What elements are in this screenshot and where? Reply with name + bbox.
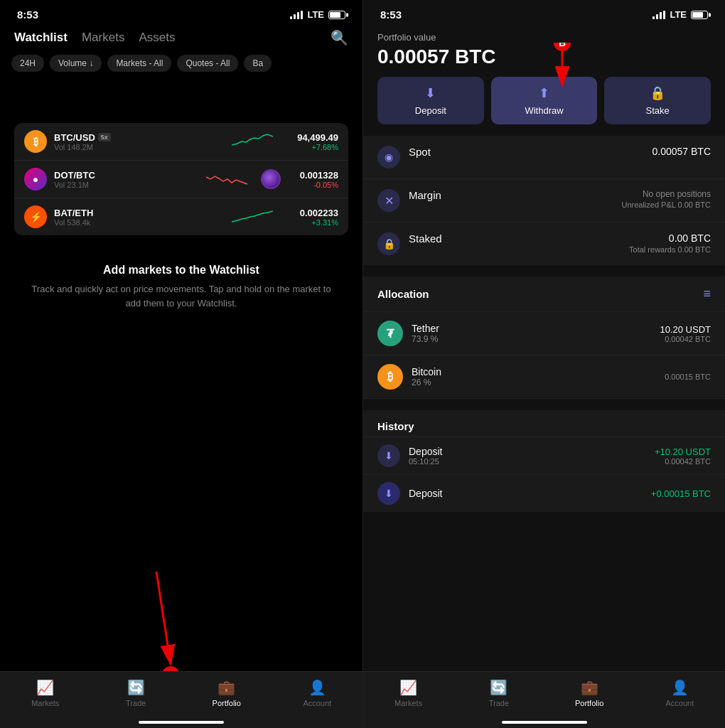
chip-volume[interactable]: Volume ↓: [50, 55, 102, 72]
history-deposit-info-1: Deposit 05:10:25: [409, 446, 646, 466]
staked-icon: 🔒: [377, 232, 400, 255]
nav-markets[interactable]: 📈 Markets: [24, 679, 67, 707]
chip-markets-all[interactable]: Markets - All: [107, 55, 171, 72]
allocation-section: Allocation ≡ ₮ Tether 73.9 % 10.20 USDT …: [363, 277, 725, 399]
bitcoin-name: Bitcoin: [412, 366, 656, 378]
stake-label: Stake: [646, 105, 670, 116]
chip-ba[interactable]: Ba: [244, 55, 272, 72]
nav-tabs: Watchlist Markets Assets 🔍: [0, 26, 362, 55]
signal-bar-r3: [660, 12, 662, 19]
history-deposit-2[interactable]: ⬇ Deposit +0.00015 BTC: [363, 474, 725, 512]
left-battery-icon: [328, 11, 345, 19]
spot-name: Spot: [409, 146, 431, 158]
dot-icon: ●: [24, 168, 47, 191]
bat-icon: ⚡: [24, 205, 47, 228]
right-account-icon: 👤: [671, 679, 689, 696]
right-battery-fill: [692, 12, 703, 18]
deposit-icon: ⬇: [425, 85, 436, 101]
svg-line-1: [156, 572, 171, 664]
bat-chart: [232, 206, 274, 228]
left-time: 8:53: [17, 9, 38, 21]
spot-amount: 0.00057 BTC: [652, 146, 711, 157]
history-deposit-icon-1: ⬇: [377, 444, 400, 467]
tether-amount: 10.20 USDT 0.00042 BTC: [660, 324, 711, 343]
right-markets-icon: 📈: [399, 679, 417, 696]
table-row[interactable]: ₿ BTC/USD 5x Vol 148.2M 94,499.49 +7.68%: [14, 123, 348, 161]
tab-markets[interactable]: Markets: [82, 31, 124, 45]
dot-info: DOT/BTC Vol 23.1M: [54, 170, 199, 189]
bat-price: 0.002233 +3.31%: [281, 208, 338, 227]
history-deposit-type-1: Deposit: [409, 446, 646, 457]
btc-chart: [232, 131, 274, 152]
signal-bar-r1: [652, 16, 655, 19]
nav-account[interactable]: 👤 Account: [296, 679, 338, 707]
chip-quotes-all[interactable]: Quotes - All: [177, 55, 238, 72]
nav-trade[interactable]: 🔄 Trade: [114, 679, 157, 707]
right-signal-bars: [652, 11, 665, 19]
filter-chips: 24H Volume ↓ Markets - All Quotes - All …: [0, 55, 362, 80]
tether-icon: ₮: [377, 321, 403, 346]
right-time: 8:53: [380, 9, 402, 21]
right-battery-icon: [691, 11, 708, 19]
history-btc-1: 0.00042 BTC: [655, 457, 711, 466]
dot-chart: [206, 168, 249, 190]
history-section: History ⬇ Deposit 05:10:25 +10.20 USDT 0…: [363, 410, 725, 512]
right-bottom-nav: 📈 Markets 🔄 Trade 💼 Portfolio 👤 Account: [363, 671, 725, 728]
right-status-bar: 8:53 LTE: [363, 0, 725, 26]
history-deposit-amount-2: +0.00015 BTC: [651, 488, 711, 499]
dot-price: 0.001328 -0.05%: [281, 170, 338, 189]
staked-sub: Total rewards 0.00 BTC: [629, 245, 711, 254]
tab-assets[interactable]: Assets: [139, 31, 175, 45]
history-deposit-icon-2: ⬇: [377, 482, 400, 505]
right-account-label: Account: [666, 699, 694, 707]
allocation-header: Allocation ≡: [363, 277, 725, 312]
spot-icon: ◉: [377, 146, 400, 168]
right-nav-trade[interactable]: 🔄 Trade: [478, 679, 520, 707]
staked-row[interactable]: 🔒 Staked 0.00 BTC Total rewards 0.00 BTC: [363, 223, 725, 265]
right-nav-account[interactable]: 👤 Account: [658, 679, 701, 707]
tether-row[interactable]: ₮ Tether 73.9 % 10.20 USDT 0.00042 BTC: [363, 312, 725, 355]
signal-bar-4: [301, 11, 303, 19]
signal-bar-r4: [663, 11, 665, 19]
balance-section: ◉ Spot 0.00057 BTC ✕ Margin No open posi…: [363, 136, 725, 265]
table-row[interactable]: ⚡ BAT/ETH Vol 538.4k 0.002233 +3.31%: [14, 198, 348, 235]
history-deposit-1[interactable]: ⬇ Deposit 05:10:25 +10.20 USDT 0.00042 B…: [363, 437, 725, 474]
signal-bar-r2: [656, 14, 658, 19]
chip-24h[interactable]: 24H: [11, 55, 44, 72]
spot-balance: 0.00057 BTC: [652, 146, 711, 157]
bitcoin-row[interactable]: ₿ Bitcoin 26 % 0.00015 BTC: [363, 355, 725, 399]
bitcoin-info: Bitcoin 26 %: [412, 366, 656, 387]
right-nav-portfolio[interactable]: 💼 Portfolio: [568, 679, 611, 707]
stake-button[interactable]: 🔒 Stake: [604, 77, 711, 124]
watchlist-empty-title: Add markets to the Watchlist: [28, 264, 334, 277]
tab-watchlist[interactable]: Watchlist: [14, 31, 68, 45]
arrow-b: B: [527, 43, 598, 100]
history-deposit-type-2: Deposit: [409, 488, 643, 499]
bitcoin-btc: 0.00015 BTC: [665, 373, 711, 381]
arrow-a: A: [114, 564, 199, 678]
table-row[interactable]: ● DOT/BTC Vol 23.1M 0.001328 -0.05%: [14, 161, 348, 198]
right-trade-icon: 🔄: [490, 679, 508, 696]
right-nav-markets[interactable]: 📈 Markets: [387, 679, 430, 707]
btc-price: 94,499.49 +7.68%: [281, 132, 338, 151]
deposit-label: Deposit: [415, 105, 446, 116]
portfolio-nav-label: Portfolio: [213, 699, 241, 707]
margin-row[interactable]: ✕ Margin No open positions Unrealized P&…: [363, 179, 725, 223]
margin-name: Margin: [409, 189, 441, 201]
left-status-right: LTE: [290, 9, 345, 20]
list-view-icon[interactable]: ≡: [703, 287, 711, 301]
tether-btc: 0.00042 BTC: [660, 335, 711, 343]
left-signal-bars: [290, 11, 303, 19]
bitcoin-amount: 0.00015 BTC: [665, 373, 711, 381]
staked-amount: 0.00 BTC: [629, 232, 711, 244]
right-trade-label: Trade: [489, 699, 509, 707]
right-markets-label: Markets: [394, 699, 422, 707]
spot-row[interactable]: ◉ Spot 0.00057 BTC: [363, 136, 725, 179]
trade-nav-label: Trade: [126, 699, 146, 707]
nav-portfolio[interactable]: 💼 Portfolio: [205, 679, 248, 707]
deposit-button[interactable]: ⬇ Deposit: [377, 77, 484, 124]
search-icon[interactable]: 🔍: [331, 29, 348, 46]
btc-icon: ₿: [24, 130, 47, 153]
portfolio-nav-icon: 💼: [218, 679, 235, 696]
trade-nav-icon: 🔄: [127, 679, 145, 696]
